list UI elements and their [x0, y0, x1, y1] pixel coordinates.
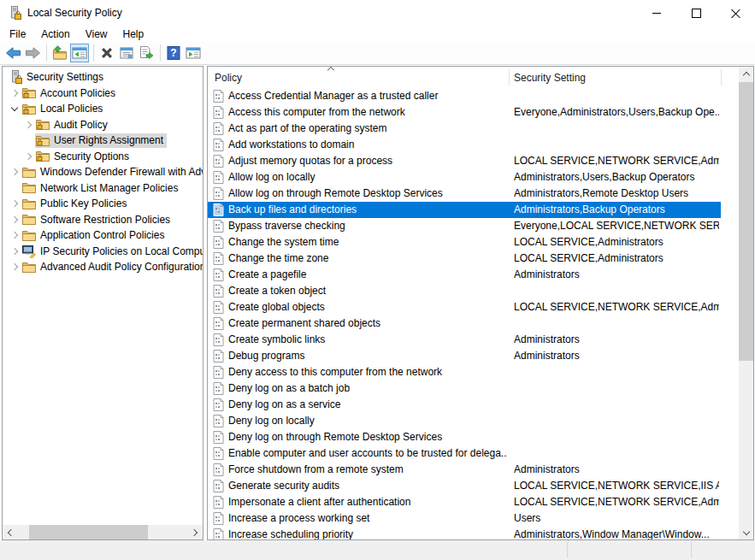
list-row-act-as-part-of-the-operating-system[interactable]: Act as part of the operating system [208, 121, 721, 137]
tree-item-content[interactable]: Windows Defender Firewall with Adva [21, 165, 203, 180]
folder-icon [22, 213, 36, 226]
menu-view[interactable]: View [78, 26, 115, 42]
tree-item-content[interactable]: IP Security Policies on Local Compute [21, 244, 203, 259]
list-row-access-credential-manager-as-a-trusted-cal[interactable]: Access Credential Manager as a trusted c… [208, 88, 721, 104]
show-action-pane-button[interactable] [184, 44, 203, 62]
close-button[interactable] [716, 0, 755, 26]
chevron-right-icon[interactable] [21, 149, 35, 165]
show-console-tree-button[interactable] [70, 44, 89, 62]
tree-item-label: IP Security Policies on Local Compute [40, 245, 203, 257]
tree-item-content[interactable]: Security Settings [8, 69, 107, 85]
list-row-deny-log-on-as-a-service[interactable]: Deny log on as a service [208, 397, 721, 413]
tree-item-content[interactable]: Application Control Policies [21, 228, 168, 243]
list-row-bypass-traverse-checking[interactable]: Bypass traverse checkingEveryone,LOCAL S… [208, 218, 721, 234]
tree-item-advanced-audit-policy-configuration[interactable]: Advanced Audit Policy Configuration [3, 259, 203, 275]
chevron-right-icon[interactable] [8, 259, 21, 275]
chevron-right-icon[interactable] [8, 212, 21, 228]
tree-item-local-policies[interactable]: Local Policies [3, 101, 203, 117]
tree-item-public-key-policies[interactable]: Public Key Policies [3, 196, 203, 212]
export-list-button[interactable] [137, 44, 156, 62]
chevron-right-icon[interactable] [8, 85, 21, 102]
chevron-right-icon[interactable] [8, 196, 21, 212]
tree-item-security-options[interactable]: Security Options [3, 149, 203, 165]
tree-item-content[interactable]: Account Policies [21, 85, 119, 100]
tree-item-content[interactable]: Advanced Audit Policy Configuration [21, 260, 203, 274]
policy-doc-icon [213, 317, 224, 330]
list-row-allow-log-on-locally[interactable]: Allow log on locallyAdministrators,Users… [208, 169, 721, 186]
list-row-deny-log-on-through-remote-desktop-service[interactable]: Deny log on through Remote Desktop Servi… [208, 429, 721, 445]
delete-button[interactable] [97, 44, 116, 62]
tree-item-account-policies[interactable]: Account Policies [3, 85, 203, 102]
list-row-deny-log-on-as-a-batch-job[interactable]: Deny log on as a batch job [208, 380, 721, 397]
chevron-down-icon[interactable] [8, 101, 21, 117]
list-row-create-a-pagefile[interactable]: Create a pagefileAdministrators [208, 267, 721, 283]
list-vertical-scrollbar[interactable] [739, 67, 753, 539]
tree-horizontal-scrollbar[interactable] [3, 525, 203, 539]
list-row-increase-scheduling-priority[interactable]: Increase scheduling priorityAdministrato… [208, 527, 721, 539]
horizontal-scrollbar-thumb[interactable] [29, 525, 148, 539]
tree-item-content[interactable]: Audit Policy [35, 117, 111, 132]
scroll-right-button[interactable] [188, 525, 203, 539]
list-row-deny-access-to-this-computer-from-the-netw[interactable]: Deny access to this computer from the ne… [208, 364, 721, 380]
list-row-enable-computer-and-user-accounts-to-be-tr[interactable]: Enable computer and user accounts to be … [208, 445, 721, 462]
column-divider[interactable] [509, 69, 510, 85]
column-divider[interactable] [721, 69, 722, 85]
maximize-button[interactable] [676, 0, 716, 26]
list-row-generate-security-audits[interactable]: Generate security auditsLOCAL SERVICE,NE… [208, 478, 721, 494]
tree-item-user-rights-assignment[interactable]: User Rights Assignment [3, 133, 203, 149]
tree-item-software-restriction-policies[interactable]: Software Restriction Policies [3, 212, 203, 228]
column-header-security-setting[interactable]: Security Setting [514, 72, 586, 84]
tree-item-content[interactable]: Security Options [35, 149, 133, 163]
tree-item-ip-security-policies-on-local-compute[interactable]: IP Security Policies on Local Compute [3, 244, 203, 260]
tree-item-audit-policy[interactable]: Audit Policy [3, 117, 203, 133]
chevron-up-icon [742, 72, 749, 79]
tree-item-windows-defender-firewall-with-adva[interactable]: Windows Defender Firewall with Adva [3, 164, 203, 180]
chevron-right-icon[interactable] [21, 117, 35, 133]
list-row-force-shutdown-from-a-remote-system[interactable]: Force shutdown from a remote systemAdmin… [208, 462, 721, 478]
chevron-right-icon[interactable] [8, 164, 21, 180]
security-setting-cell: Administrators,Users,Backup Operators [514, 171, 719, 183]
list-row-deny-log-on-locally[interactable]: Deny log on locally [208, 413, 721, 429]
minimize-button[interactable] [637, 0, 676, 26]
list-row-back-up-files-and-directories[interactable]: Back up files and directoriesAdministrat… [208, 202, 721, 218]
list-row-increase-a-process-working-set[interactable]: Increase a process working setUsers [208, 510, 721, 527]
forward-button[interactable] [23, 44, 42, 62]
scroll-up-button[interactable] [739, 67, 753, 81]
tree-item-content[interactable]: Network List Manager Policies [21, 180, 181, 195]
chevron-right-icon[interactable] [8, 244, 21, 260]
list-row-impersonate-a-client-after-authentication[interactable]: Impersonate a client after authenticatio… [208, 494, 721, 510]
scroll-left-button[interactable] [3, 525, 17, 539]
tree-item-content[interactable]: Local Policies [21, 102, 106, 116]
tree-item-network-list-manager-policies[interactable]: Network List Manager Policies [3, 180, 203, 197]
list-row-create-symbolic-links[interactable]: Create symbolic linksAdministrators [208, 332, 721, 348]
tree-item-content[interactable]: User Rights Assignment [35, 133, 167, 148]
menu-help[interactable]: Help [115, 26, 152, 42]
menu-action[interactable]: Action [33, 26, 77, 42]
list-row-create-global-objects[interactable]: Create global objectsLOCAL SERVICE,NETWO… [208, 299, 721, 315]
help-button[interactable]: ? [164, 44, 183, 62]
scroll-down-button[interactable] [739, 525, 753, 539]
list-row-create-a-token-object[interactable]: Create a token object [208, 283, 721, 299]
list-row-add-workstations-to-domain[interactable]: Add workstations to domain [208, 137, 721, 153]
chevron-right-icon[interactable] [8, 227, 21, 244]
chevron-spacer [21, 133, 35, 149]
column-header-policy[interactable]: Policy [215, 72, 242, 84]
vertical-scrollbar-thumb[interactable] [739, 82, 753, 361]
menu-file[interactable]: File [2, 26, 33, 42]
tree-item-content[interactable]: Software Restriction Policies [21, 212, 174, 227]
list-row-allow-log-on-through-remote-desktop-servic[interactable]: Allow log on through Remote Desktop Serv… [208, 186, 721, 202]
tree-item-security-settings[interactable]: Security Settings [3, 69, 203, 85]
up-one-level-button[interactable] [50, 44, 69, 62]
tree-item-content[interactable]: Public Key Policies [21, 197, 130, 211]
properties-button[interactable] [117, 44, 136, 62]
back-button[interactable] [3, 44, 22, 62]
list-row-create-permanent-shared-objects[interactable]: Create permanent shared objects [208, 315, 721, 332]
policy-doc-icon [213, 301, 224, 314]
list-row-change-the-system-time[interactable]: Change the system timeLOCAL SERVICE,Admi… [208, 234, 721, 251]
list-row-change-the-time-zone[interactable]: Change the time zoneLOCAL SERVICE,Admini… [208, 251, 721, 267]
tree-item-application-control-policies[interactable]: Application Control Policies [3, 227, 203, 244]
list-row-debug-programs[interactable]: Debug programsAdministrators [208, 348, 721, 364]
list-row-access-this-computer-from-the-network[interactable]: Access this computer from the networkEve… [208, 104, 721, 121]
list-row-adjust-memory-quotas-for-a-process[interactable]: Adjust memory quotas for a processLOCAL … [208, 153, 721, 169]
tree-item-label: User Rights Assignment [54, 134, 163, 146]
